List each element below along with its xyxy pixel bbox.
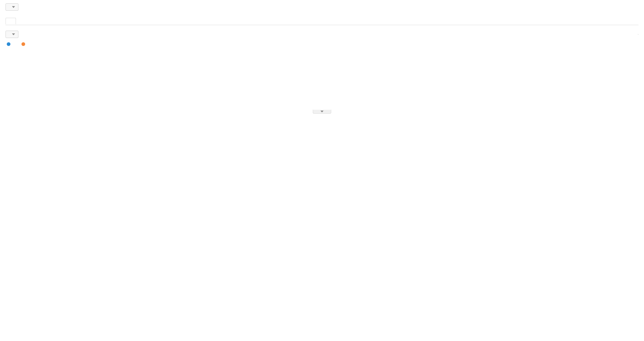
main-chart <box>7 48 637 116</box>
granularity-toggle <box>638 34 638 35</box>
legend-item-a <box>7 42 13 46</box>
tab-overview[interactable] <box>6 18 16 24</box>
chart-expand-handle[interactable] <box>313 110 331 114</box>
primary-metric-dropdown[interactable] <box>6 31 18 38</box>
goal-option-dropdown[interactable] <box>6 3 18 11</box>
chart-svg <box>7 48 637 110</box>
tab-bar <box>6 17 638 25</box>
legend-dot-orange <box>21 42 25 46</box>
chevron-down-icon <box>320 111 324 112</box>
legend-item-b <box>21 42 28 46</box>
legend-dot-blue <box>7 42 10 46</box>
chevron-down-icon <box>12 6 15 8</box>
chevron-down-icon <box>12 33 15 35</box>
